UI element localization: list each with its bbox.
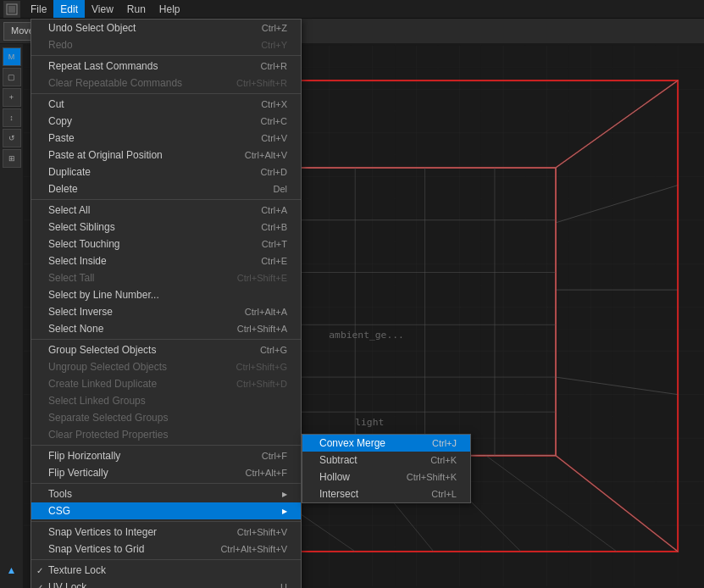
menu-separate-selected[interactable]: Separate Selected Groups (31, 409, 301, 426)
move-tool-sidebar[interactable]: M (3, 47, 21, 66)
select-tool-sidebar[interactable]: ▢ (3, 68, 21, 86)
menu-select-inside[interactable]: Select Inside Ctrl+E (31, 252, 301, 269)
menu-repeat-last[interactable]: Repeat Last Commands Ctrl+R (31, 58, 301, 75)
separator-5 (31, 445, 301, 446)
csg-submenu-popup: Convex Merge Ctrl+J Subtract Ctrl+K Holl… (302, 434, 471, 503)
menu-snap-grid[interactable]: Snap Vertices to Grid Ctrl+Alt+Shift+V (31, 541, 301, 557)
separator-2 (31, 93, 301, 94)
menu-texture-lock[interactable]: Texture Lock (31, 562, 301, 579)
menu-select-linked-groups[interactable]: Select Linked Groups (31, 392, 301, 409)
menu-select-all[interactable]: Select All Ctrl+A (31, 202, 301, 219)
menu-flip-h[interactable]: Flip Horizontally Ctrl+F (31, 447, 301, 464)
menu-paste-original[interactable]: Paste at Original Position Ctrl+Alt+V (31, 147, 301, 164)
edit-menu-popup: Undo Select Object Ctrl+Z Redo Ctrl+Y Re… (30, 19, 302, 588)
menu-group-selected[interactable]: Group Selected Objects Ctrl+G (31, 341, 301, 358)
menu-undo[interactable]: Undo Select Object Ctrl+Z (31, 19, 301, 36)
menu-tools[interactable]: Tools (31, 485, 301, 502)
nav-arrow[interactable]: ▲ (7, 564, 17, 576)
separator-3 (31, 199, 301, 200)
menubar: File Edit View Run Help (0, 0, 704, 19)
scale-tool-sidebar[interactable]: ↕ (3, 108, 21, 127)
menu-select-inverse[interactable]: Select Inverse Ctrl+Alt+A (31, 303, 301, 320)
menu-clear-repeatable[interactable]: Clear Repeatable Commands Ctrl+Shift+R (31, 75, 301, 92)
menu-snap-integer[interactable]: Snap Vertices to Integer Ctrl+Shift+V (31, 524, 301, 541)
menu-file[interactable]: File (24, 0, 53, 18)
csg-convex-merge[interactable]: Convex Merge Ctrl+J (302, 435, 470, 452)
menu-uv-lock[interactable]: UV Lock U (31, 579, 301, 588)
separator-4 (31, 339, 301, 340)
menu-select-siblings[interactable]: Select Siblings Ctrl+B (31, 219, 301, 236)
app-icon (3, 1, 20, 18)
svg-text:light: light (355, 416, 384, 428)
menu-create-linked-dup[interactable]: Create Linked Duplicate Ctrl+Shift+D (31, 375, 301, 392)
separator-6 (31, 483, 301, 484)
menu-select-none[interactable]: Select None Ctrl+Shift+A (31, 320, 301, 337)
csg-hollow[interactable]: Hollow Ctrl+Shift+K (302, 469, 470, 485)
menu-copy[interactable]: Copy Ctrl+C (31, 113, 301, 130)
add-tool-sidebar[interactable]: + (3, 88, 21, 107)
grid-tool-sidebar[interactable]: ⊞ (3, 149, 21, 168)
menu-select-by-line[interactable]: Select by Line Number... (31, 286, 301, 303)
menu-flip-v[interactable]: Flip Vertically Ctrl+Alt+F (31, 464, 301, 481)
svg-text:ambient_ge...: ambient_ge... (329, 329, 404, 341)
rotate-tool-sidebar[interactable]: ↺ (3, 129, 21, 147)
menu-view[interactable]: View (85, 0, 120, 18)
csg-subtract[interactable]: Subtract Ctrl+K (302, 452, 470, 469)
menu-delete[interactable]: Delete Del (31, 180, 301, 197)
menu-paste[interactable]: Paste Ctrl+V (31, 130, 301, 147)
menu-redo[interactable]: Redo Ctrl+Y (31, 36, 301, 53)
separator-1 (31, 55, 301, 56)
menu-help[interactable]: Help (152, 0, 187, 18)
menu-select-touching[interactable]: Select Touching Ctrl+T (31, 236, 301, 252)
menu-ungroup[interactable]: Ungroup Selected Objects Ctrl+Shift+G (31, 358, 301, 375)
separator-8 (31, 559, 301, 560)
menu-duplicate[interactable]: Duplicate Ctrl+D (31, 164, 301, 180)
menu-run[interactable]: Run (120, 0, 152, 18)
menu-csg[interactable]: CSG (31, 502, 301, 519)
menu-cut[interactable]: Cut Ctrl+X (31, 96, 301, 113)
svg-rect-1 (8, 6, 15, 13)
menu-edit[interactable]: Edit (53, 0, 85, 18)
left-sidebar: M ▢ + ↕ ↺ ⊞ ▲ (0, 44, 24, 588)
menu-select-tall[interactable]: Select Tall Ctrl+Shift+E (31, 269, 301, 286)
menu-clear-protected[interactable]: Clear Protected Properties (31, 426, 301, 443)
separator-7 (31, 521, 301, 522)
csg-intersect[interactable]: Intersect Ctrl+L (302, 485, 470, 502)
